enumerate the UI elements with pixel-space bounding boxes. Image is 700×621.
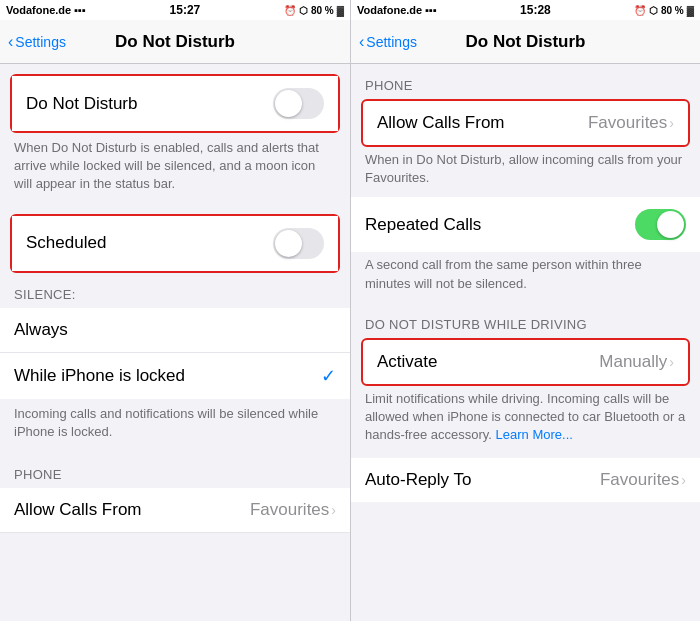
allow-calls-card: Allow Calls From Favourites › <box>361 99 690 147</box>
left-status-bar: Vodafone.de ▪▪▪ 15:27 ⏰ ⬡ 80 % ▓ <box>0 0 350 20</box>
activate-row[interactable]: Activate Manually › <box>363 340 688 384</box>
auto-reply-row[interactable]: Auto-Reply To Favourites › <box>351 458 700 502</box>
scheduled-toggle[interactable] <box>273 228 324 259</box>
allow-calls-label: Allow Calls From <box>377 113 505 133</box>
left-alarm-icon: ⏰ <box>284 5 296 16</box>
left-bluetooth-icon: ⬡ <box>299 5 308 16</box>
do-not-disturb-toggle[interactable] <box>273 88 324 119</box>
right-panel: Vodafone.de ▪▪▪ 15:28 ⏰ ⬡ 80 % ▓ ‹ Setti… <box>350 0 700 621</box>
activate-label: Activate <box>377 352 437 372</box>
allow-calls-desc: When in Do Not Disturb, allow incoming c… <box>351 147 700 197</box>
allow-calls-value-text: Favourites <box>588 113 667 133</box>
right-battery-icon: ▓ <box>687 5 694 16</box>
right-phone-header: PHONE <box>351 64 700 99</box>
right-time: 15:28 <box>520 3 551 17</box>
left-signal-icon: ▪▪▪ <box>74 4 86 16</box>
right-status-left: Vodafone.de ▪▪▪ <box>357 4 437 16</box>
allow-calls-chevron: › <box>669 115 674 131</box>
do-not-disturb-label: Do Not Disturb <box>26 94 137 114</box>
silence-locked-row[interactable]: While iPhone is locked ✓ <box>0 353 350 399</box>
left-back-button[interactable]: ‹ Settings <box>8 34 66 50</box>
right-bluetooth-icon: ⬡ <box>649 5 658 16</box>
left-carrier: Vodafone.de <box>6 4 71 16</box>
left-phone-header: PHONE <box>0 453 350 488</box>
silence-always-label: Always <box>14 320 68 340</box>
left-allow-calls-chevron: › <box>331 502 336 518</box>
right-content: PHONE Allow Calls From Favourites › When… <box>351 64 700 621</box>
right-signal-icon: ▪▪▪ <box>425 4 437 16</box>
repeated-calls-block: Repeated Calls <box>351 197 700 252</box>
repeated-calls-label: Repeated Calls <box>365 215 481 235</box>
repeated-calls-desc: A second call from the same person withi… <box>351 252 700 302</box>
silence-rows-group: Always While iPhone is locked ✓ <box>0 308 350 399</box>
auto-reply-chevron: › <box>681 472 686 488</box>
do-not-disturb-card: Do Not Disturb <box>10 74 340 133</box>
right-status-bar: Vodafone.de ▪▪▪ 15:28 ⏰ ⬡ 80 % ▓ <box>351 0 700 20</box>
silence-locked-checkmark: ✓ <box>321 365 336 387</box>
scheduled-row[interactable]: Scheduled <box>12 216 338 271</box>
left-status-left: Vodafone.de ▪▪▪ <box>6 4 86 16</box>
allow-calls-row[interactable]: Allow Calls From Favourites › <box>363 101 688 145</box>
right-nav-title: Do Not Disturb <box>466 32 586 52</box>
right-back-button[interactable]: ‹ Settings <box>359 34 417 50</box>
right-carrier: Vodafone.de <box>357 4 422 16</box>
auto-reply-value-text: Favourites <box>600 470 679 490</box>
silence-section-header: SILENCE: <box>0 273 350 308</box>
driving-header-text: DO NOT DISTURB WHILE DRIVING <box>351 307 700 338</box>
silence-locked-label: While iPhone is locked <box>14 366 185 386</box>
left-allow-calls-label: Allow Calls From <box>14 500 142 520</box>
silence-desc: Incoming calls and notifications will be… <box>0 399 350 443</box>
activate-chevron: › <box>669 354 674 370</box>
learn-more-link[interactable]: Learn More... <box>496 427 573 442</box>
left-battery-icon: ▓ <box>337 5 344 16</box>
right-alarm-icon: ⏰ <box>634 5 646 16</box>
scheduled-card: Scheduled <box>10 214 340 273</box>
left-allow-calls-row[interactable]: Allow Calls From Favourites › <box>0 488 350 533</box>
allow-calls-value: Favourites › <box>588 113 674 133</box>
left-allow-calls-value-text: Favourites <box>250 500 329 520</box>
activate-value-text: Manually <box>599 352 667 372</box>
driving-desc: Limit notifications while driving. Incom… <box>351 386 700 455</box>
driving-section: DO NOT DISTURB WHILE DRIVING Activate Ma… <box>351 307 700 455</box>
activate-value: Manually › <box>599 352 674 372</box>
repeated-calls-toggle[interactable] <box>635 209 686 240</box>
right-battery-text: 80 % <box>661 5 684 16</box>
do-not-disturb-description: When Do Not Disturb is enabled, calls an… <box>0 133 350 204</box>
left-nav-bar: ‹ Settings Do Not Disturb <box>0 20 350 64</box>
left-time: 15:27 <box>170 3 201 17</box>
left-phone-section: PHONE Allow Calls From Favourites › <box>0 453 350 533</box>
left-back-label: Settings <box>15 34 66 50</box>
right-status-right: ⏰ ⬡ 80 % ▓ <box>634 5 694 16</box>
auto-reply-label: Auto-Reply To <box>365 470 471 490</box>
left-battery-text: 80 % <box>311 5 334 16</box>
right-back-label: Settings <box>366 34 417 50</box>
scheduled-label: Scheduled <box>26 233 106 253</box>
repeated-calls-row[interactable]: Repeated Calls <box>351 197 700 252</box>
do-not-disturb-row[interactable]: Do Not Disturb <box>12 76 338 131</box>
activate-card: Activate Manually › <box>361 338 690 386</box>
left-panel: Vodafone.de ▪▪▪ 15:27 ⏰ ⬡ 80 % ▓ ‹ Setti… <box>0 0 350 621</box>
silence-always-row[interactable]: Always <box>0 308 350 353</box>
right-back-chevron-icon: ‹ <box>359 34 364 50</box>
auto-reply-value: Favourites › <box>600 470 686 490</box>
left-nav-title: Do Not Disturb <box>115 32 235 52</box>
left-allow-calls-value: Favourites › <box>250 500 336 520</box>
left-status-right: ⏰ ⬡ 80 % ▓ <box>284 5 344 16</box>
left-back-chevron-icon: ‹ <box>8 34 13 50</box>
right-nav-bar: ‹ Settings Do Not Disturb <box>351 20 700 64</box>
left-content: Do Not Disturb When Do Not Disturb is en… <box>0 64 350 621</box>
